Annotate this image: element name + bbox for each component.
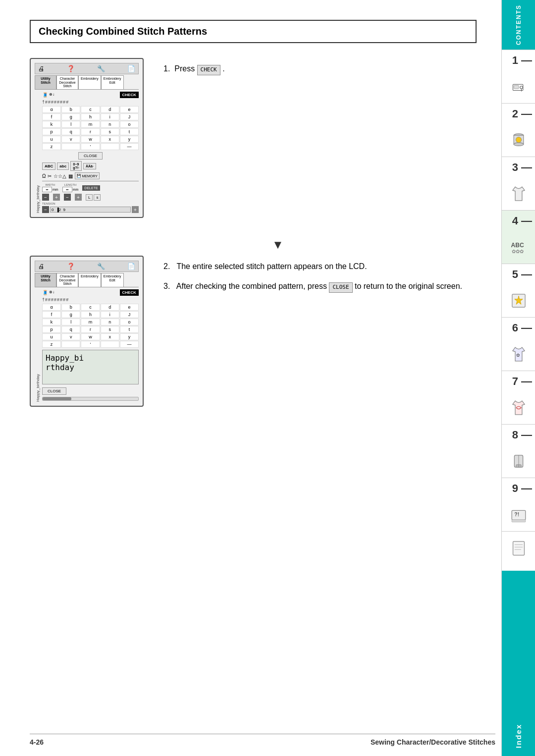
char2-m[interactable]: m <box>81 319 100 325</box>
abc-numbers-btn[interactable]: 0~9g?!· <box>70 161 82 171</box>
sidebar-tab-notes[interactable] <box>502 531 535 571</box>
sidebar-tab-7[interactable]: 7 — <box>502 371 535 424</box>
tab2-utility-stitch[interactable]: UtilityStitch <box>35 273 56 287</box>
width-plus-btn[interactable]: + <box>53 194 60 201</box>
char-apostrophe[interactable]: ' <box>81 143 100 150</box>
char2-w[interactable]: w <box>81 333 100 340</box>
length-plus-btn[interactable]: + <box>75 194 82 201</box>
char2-j[interactable]: J <box>120 311 139 318</box>
char-l[interactable]: l <box>61 121 80 128</box>
char-i[interactable]: i <box>101 113 119 120</box>
tab-embroidery[interactable]: Embroidery <box>78 75 101 89</box>
width-minus-btn[interactable]: − <box>42 194 49 201</box>
tension-minus-btn[interactable]: − <box>42 206 49 213</box>
char2-i[interactable]: i <box>101 311 119 318</box>
char2-y[interactable]: y <box>120 333 139 340</box>
char-f[interactable]: f <box>42 113 61 120</box>
char-a[interactable]: α <box>42 106 61 113</box>
char2-a[interactable]: α <box>42 304 61 311</box>
tab-character-stitch[interactable]: CharacterDecorativeStitch <box>56 75 78 89</box>
char2-v[interactable]: v <box>61 333 80 340</box>
char2-c[interactable]: c <box>81 304 100 311</box>
char2-e[interactable]: e <box>120 304 139 311</box>
char2-r[interactable]: r <box>81 326 100 333</box>
char-n[interactable]: n <box>101 121 119 128</box>
char-z[interactable]: z <box>42 143 61 150</box>
char2-q[interactable]: q <box>61 326 80 333</box>
char-o[interactable]: o <box>120 121 139 128</box>
char-d[interactable]: d <box>101 106 119 113</box>
footer: 4-26 Sewing Character/Decorative Stitche… <box>30 734 495 746</box>
close-button-1[interactable]: CLOSE <box>78 152 103 160</box>
char2-k[interactable]: k <box>42 319 61 325</box>
sidebar-tab-8[interactable]: 8 — <box>502 424 535 478</box>
char2-t[interactable]: t <box>120 326 139 333</box>
char2-z[interactable]: z <box>42 341 61 348</box>
char-u[interactable]: u <box>42 136 61 143</box>
char-s[interactable]: s <box>101 128 119 135</box>
delete-button[interactable]: DELETE <box>82 185 100 191</box>
char2-h[interactable]: h <box>81 311 100 318</box>
check-button-inline[interactable]: CHECK <box>197 65 220 75</box>
char2-l[interactable]: l <box>61 319 80 325</box>
sidebar-tab-2[interactable]: 2 — <box>502 103 535 157</box>
char2-u[interactable]: u <box>42 333 61 340</box>
char2-s[interactable]: s <box>101 326 119 333</box>
char2-n[interactable]: n <box>101 319 119 325</box>
char-j[interactable]: J <box>120 113 139 120</box>
char-g[interactable]: g <box>61 113 80 120</box>
close-button-2[interactable]: CLOSE <box>42 387 66 395</box>
char-t[interactable]: t <box>120 128 139 135</box>
close-button-inline[interactable]: CLOSE <box>329 282 352 293</box>
char-v[interactable]: v <box>61 136 80 143</box>
char2-apostrophe[interactable]: ' <box>81 341 100 348</box>
length-minus-btn[interactable]: − <box>64 194 71 201</box>
char-c[interactable]: c <box>81 106 100 113</box>
char-r[interactable]: r <box>81 128 100 135</box>
tab-2-icon <box>508 128 530 153</box>
char-h[interactable]: h <box>81 113 100 120</box>
contents-tab[interactable]: CONTENTS <box>502 0 535 50</box>
scrollbar[interactable] <box>42 397 139 401</box>
char-e[interactable]: e <box>120 106 139 113</box>
char2-o[interactable]: o <box>120 319 139 325</box>
sidebar-tab-1[interactable]: 1 — <box>502 50 535 103</box>
sidebar-tab-4[interactable]: 4 — ABC ✿✿✿ <box>502 210 535 264</box>
sidebar-tab-5[interactable]: 5 — <box>502 264 535 317</box>
abc-special-btn[interactable]: ÄÄä· <box>83 163 96 169</box>
sidebar-tab-9[interactable]: 9 — ?! <box>502 478 535 531</box>
tab2-character-stitch[interactable]: CharacterDecorativeStitch <box>56 273 78 287</box>
char-b[interactable]: b <box>61 106 80 113</box>
sym2-2: # <box>45 297 48 302</box>
tab-embroidery-edit[interactable]: EmbroideryEdit <box>101 75 124 89</box>
tension-plus-btn[interactable]: + <box>132 206 139 213</box>
char2-dash[interactable]: — <box>120 341 139 348</box>
char-dash[interactable]: — <box>120 143 139 150</box>
char-q[interactable]: q <box>61 128 80 135</box>
check-button-2[interactable]: CHECK <box>120 289 139 296</box>
char2-f[interactable]: f <box>42 311 61 318</box>
sidebar-tab-3[interactable]: 3 — <box>502 157 535 210</box>
char-w[interactable]: w <box>81 136 100 143</box>
index-tab[interactable]: Index <box>502 571 535 756</box>
char-m[interactable]: m <box>81 121 100 128</box>
l-button[interactable]: L <box>86 194 93 201</box>
char-k[interactable]: k <box>42 121 61 128</box>
char2-b[interactable]: b <box>61 304 80 311</box>
char-y[interactable]: y <box>120 136 139 143</box>
tab-utility-stitch[interactable]: UtilityStitch <box>35 75 56 89</box>
check-button-1[interactable]: CHECK <box>120 92 139 98</box>
char-x[interactable]: x <box>101 136 119 143</box>
char2-x[interactable]: x <box>101 333 119 340</box>
memory-button[interactable]: 💾 MEMORY <box>75 172 99 179</box>
s-button[interactable]: s <box>94 194 101 201</box>
tab2-embroidery-edit[interactable]: EmbroideryEdit <box>101 273 124 287</box>
char2-g[interactable]: g <box>61 311 80 318</box>
tab2-embroidery[interactable]: Embroidery <box>78 273 101 287</box>
char2-p[interactable]: p <box>42 326 61 333</box>
abc-uppercase-btn[interactable]: ABC <box>42 162 55 170</box>
char-p[interactable]: p <box>42 128 61 135</box>
sidebar-tab-6[interactable]: 6 — ✿ <box>502 317 535 371</box>
abc-lowercase-btn[interactable]: abc <box>57 162 69 170</box>
char2-d[interactable]: d <box>101 304 119 311</box>
